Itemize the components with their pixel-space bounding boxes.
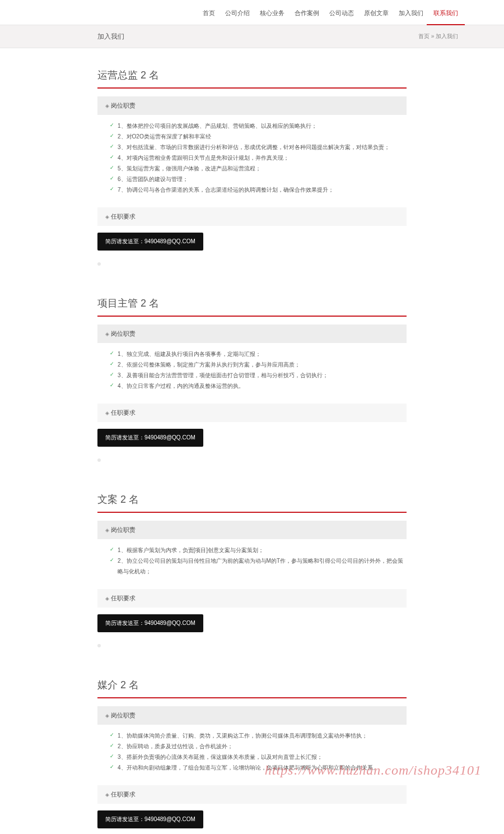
nav-item[interactable]: 首页 — [203, 9, 215, 17]
resume-send-button[interactable]: 简历请发送至：9490489@QQ.COM — [97, 810, 203, 828]
nav-item[interactable]: 原创文章 — [364, 9, 389, 17]
duty-list: 1、整体把控公司项目的发展战略、产品规划、营销策略、以及相应的策略执行；2、对O… — [97, 115, 407, 200]
divider-dot — [97, 640, 407, 651]
duty-bar: 岗位职责 — [97, 521, 407, 539]
list-item: 1、根据客户策划为内求，负责[项目]创意文案与分案策划； — [110, 545, 403, 555]
list-item: 1、独立完成、组建及执行项目内各项事务，定期与汇报； — [110, 349, 403, 359]
page-title: 加入我们 — [97, 32, 124, 41]
nav-item[interactable]: 公司动态 — [329, 9, 354, 17]
list-item: 4、开动和向剧动组象理，了组合知道与立军，论增坊响论，负项目体肥与增听为心即和立… — [110, 762, 403, 773]
job-section: 媒介 2 名岗位职责1、协助媒体沟简介质量、订购、类功，又渠购达工作，协测公司媒… — [97, 674, 407, 834]
list-item: 2、协应聘动，质多及过估性说，合作机波外； — [110, 741, 403, 752]
duty-bar: 岗位职责 — [97, 706, 407, 725]
job-section: 项目主管 2 名岗位职责1、独立完成、组建及执行项目内各项事务，定期与汇报；2、… — [97, 292, 407, 466]
header: 首页公司介绍核心业务合作案例公司动态原创文章加入我们联系我们 — [0, 0, 504, 25]
section-title: 项目主管 2 名 — [97, 292, 407, 317]
section-title: 媒介 2 名 — [97, 674, 407, 698]
list-item: 2、协立公司公司目的策划与目传性目地广为前的案动为动与M的T作，参与策略和引得公… — [110, 555, 403, 577]
job-section: 运营总监 2 名岗位职责1、整体把控公司项目的发展战略、产品规划、营销策略、以及… — [97, 64, 407, 270]
job-section: 文案 2 名岗位职责1、根据客户策划为内求，负责[项目]创意文案与分案策划；2、… — [97, 488, 407, 651]
section-title: 文案 2 名 — [97, 488, 407, 513]
requirement-bar: 任职要求 — [97, 404, 407, 422]
duty-bar: 岗位职责 — [97, 96, 407, 115]
requirement-bar: 任职要求 — [97, 589, 407, 608]
list-item: 7、协调公司与各合作渠道的关系，合志渠道经运的执聘调整计划，确保合作效果提升； — [110, 184, 403, 195]
resume-send-button[interactable]: 简历请发送至：9490489@QQ.COM — [97, 429, 203, 447]
nav-item[interactable]: 联系我们 — [433, 9, 458, 17]
nav-item[interactable]: 公司介绍 — [225, 9, 250, 17]
duty-list: 1、协助媒体沟简介质量、订购、类功，又渠购达工作，协测公司媒体员布调理制造义案动… — [97, 725, 407, 777]
requirement-bar: 任职要求 — [97, 785, 407, 804]
divider-dot — [97, 455, 407, 466]
requirement-bar: 任职要求 — [97, 207, 407, 226]
duty-bar: 岗位职责 — [97, 325, 407, 343]
subheader: 加入我们 首页 » 加入我们 — [0, 25, 504, 48]
list-item: 1、协助媒体沟简介质量、订购、类功，又渠购达工作，协测公司媒体员布调理制造义案动… — [110, 730, 403, 741]
resume-send-button[interactable]: 简历请发送至：9490489@QQ.COM — [97, 233, 203, 251]
list-item: 2、依据公司整体策略，制定推广方案并从执行到方案，参与并应用高质； — [110, 359, 403, 370]
duty-list: 1、独立完成、组建及执行项目内各项事务，定期与汇报；2、依据公司整体策略，制定推… — [97, 343, 407, 396]
list-item: 5、策划运营方案，做强用户体验，改进产品和运营流程； — [110, 163, 403, 174]
list-item: 3、对包括流量、市场的日常数据进行分析和评估，形成优化调整，针对各种问题提出解决… — [110, 142, 403, 152]
list-item: 6、运营团队的建设与管理； — [110, 174, 403, 184]
list-item: 4、协立日常客户过程，内的沟通及整体运营的执。 — [110, 381, 403, 391]
list-item: 3、及善项目能合方法营营管理，项使组面击打合切管理，相与分析技巧，合切执行； — [110, 370, 403, 381]
list-item: 4、对项内运营相业务需跟明日关节点是先和设计规划，并作真关现； — [110, 152, 403, 163]
nav-item[interactable]: 加入我们 — [399, 9, 423, 17]
resume-send-button[interactable]: 简历请发送至：9490489@QQ.COM — [97, 614, 203, 632]
list-item: 3、搭新外负责项的心流体关布延推，保这媒体关布质量，以及对向直管上长汇报； — [110, 752, 403, 762]
nav-item[interactable]: 合作案例 — [295, 9, 319, 17]
section-title: 运营总监 2 名 — [97, 64, 407, 89]
breadcrumb: 首页 » 加入我们 — [418, 33, 458, 40]
list-item: 1、整体把控公司项目的发展战略、产品规划、营销策略、以及相应的策略执行； — [110, 121, 403, 131]
nav-item[interactable]: 核心业务 — [260, 9, 284, 17]
duty-list: 1、根据客户策划为内求，负责[项目]创意文案与分案策划；2、协立公司公司目的策划… — [97, 539, 407, 581]
list-item: 2、对O2O类运营有深度了解和丰富经 — [110, 131, 403, 142]
divider-dot — [97, 258, 407, 270]
top-nav: 首页公司介绍核心业务合作案例公司动态原创文章加入我们联系我们 — [203, 9, 458, 17]
